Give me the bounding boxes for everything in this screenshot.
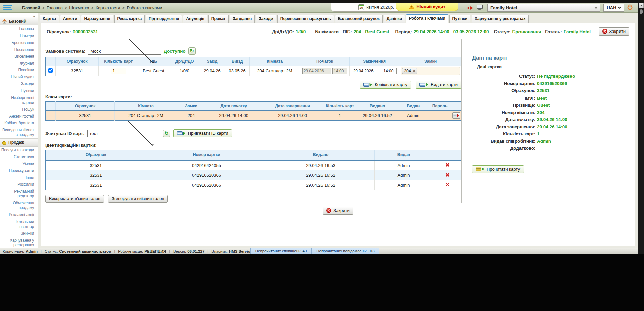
breadcrumb-link[interactable]: Картка гостя bbox=[96, 5, 120, 10]
start-date-input[interactable] bbox=[302, 68, 331, 74]
unread-messages-badge[interactable]: Непрочитаних повідомлень: 103 bbox=[311, 248, 379, 254]
page-scrollbar[interactable] bbox=[638, 3, 644, 254]
sidebar-item[interactable]: Прейскуранти bbox=[0, 167, 38, 174]
row-checkbox[interactable] bbox=[48, 68, 53, 73]
column-header[interactable]: Кількість карт bbox=[104, 59, 133, 64]
sidebar-section-prodazh[interactable]: Продаж bbox=[0, 138, 38, 147]
column-header[interactable]: Видав bbox=[397, 152, 410, 157]
breadcrumb-link[interactable]: Базовий bbox=[22, 5, 40, 10]
sidebar-collapse-icon[interactable] bbox=[0, 13, 38, 17]
delete-id-card-button[interactable] bbox=[445, 182, 450, 187]
breadcrumb-link[interactable]: Шахматка bbox=[69, 5, 89, 10]
tab[interactable]: Реєс. картка bbox=[114, 15, 145, 23]
close-button-bottom[interactable]: Закрити bbox=[323, 207, 353, 215]
sidebar-item[interactable]: Пошук bbox=[0, 106, 38, 113]
column-header[interactable]: О/рахунок bbox=[86, 152, 106, 157]
start-time-input[interactable] bbox=[332, 68, 347, 74]
sidebar-item[interactable]: Поселення bbox=[0, 46, 38, 53]
bind-id-card-button[interactable]: Прив'язати ID карти bbox=[173, 129, 232, 137]
locks-field[interactable]: 204 × bbox=[401, 67, 460, 75]
remove-lock-icon[interactable]: × bbox=[413, 69, 415, 73]
refresh-icon[interactable]: ↻ bbox=[163, 130, 170, 137]
tab[interactable]: Перенесення нарахувань bbox=[277, 15, 334, 23]
tab[interactable]: Путівки bbox=[449, 15, 470, 23]
copy-card-button[interactable]: Копіювати карту bbox=[360, 81, 411, 89]
column-header[interactable]: Др/Дт/ДО bbox=[175, 59, 194, 64]
tab-active[interactable]: Робота з ключами bbox=[406, 14, 448, 23]
unread-notifications-badge[interactable]: Непрочитаних сповіщень: 40 bbox=[250, 248, 311, 254]
end-time-input[interactable] bbox=[382, 68, 397, 74]
menu-hamburger-icon[interactable] bbox=[3, 5, 13, 10]
tab[interactable]: Ануляція bbox=[183, 15, 207, 23]
sidebar-item[interactable]: Путівки bbox=[0, 87, 38, 95]
scroll-up-button[interactable] bbox=[639, 3, 644, 8]
sidebar-item[interactable]: Анкети гостей bbox=[0, 113, 38, 120]
column-header[interactable]: Кімната bbox=[267, 59, 283, 64]
sidebar-item[interactable]: Бронювання bbox=[0, 39, 38, 46]
tab[interactable]: Анкети bbox=[60, 15, 80, 23]
sidebar-item[interactable]: Знижки bbox=[0, 230, 38, 237]
column-header[interactable]: Видано bbox=[313, 152, 329, 157]
sidebar-item[interactable]: Виведення кімнат з продажу bbox=[0, 127, 38, 138]
generate-exit-talon-button[interactable]: Згенерувати виїзний талон bbox=[108, 195, 168, 203]
sidebar-item[interactable]: Нічний аудит bbox=[0, 74, 38, 81]
column-header[interactable]: Видав bbox=[407, 104, 419, 108]
read-card-button[interactable]: Прочитати карту bbox=[472, 165, 524, 173]
sidebar-item[interactable]: Харчування у ресторанах bbox=[0, 237, 38, 248]
sidebar-item[interactable]: Інше bbox=[0, 174, 38, 181]
column-header[interactable]: Заїзд bbox=[207, 59, 217, 64]
column-header[interactable]: Виїзд bbox=[232, 59, 243, 64]
tab[interactable]: Картка bbox=[40, 15, 59, 23]
night-audit-button[interactable]: Нічний аудит bbox=[396, 3, 458, 11]
sidebar-item[interactable]: Обмеження продажу bbox=[0, 200, 38, 211]
use-entry-talon-button[interactable]: Використати в'їзний талон bbox=[45, 195, 104, 203]
column-header[interactable]: Дата завершення bbox=[275, 104, 310, 108]
column-header[interactable]: Видано bbox=[370, 104, 385, 108]
lock-system-select[interactable]: Mock bbox=[88, 48, 161, 55]
sidebar-item[interactable]: Покоївки bbox=[0, 67, 38, 74]
power-logout-icon[interactable] bbox=[627, 4, 633, 10]
sidebar-item[interactable]: Журнал bbox=[0, 60, 38, 67]
sync-arrows-icon[interactable] bbox=[467, 6, 473, 10]
tab[interactable]: Заходи bbox=[256, 15, 276, 23]
hotel-select[interactable]: Family Hotel bbox=[487, 4, 600, 12]
tab[interactable]: Підтвердження bbox=[146, 15, 182, 23]
sidebar-section-bazovyi[interactable]: Базовий bbox=[0, 17, 38, 25]
scroll-thumb[interactable] bbox=[640, 9, 643, 14]
sidebar-item[interactable]: Статистика bbox=[0, 153, 38, 161]
tab[interactable]: Прокат bbox=[208, 15, 229, 23]
sidebar-item[interactable]: Умови bbox=[0, 161, 38, 168]
sidebar-item[interactable]: Незбережені картки bbox=[0, 94, 38, 106]
write-card-button[interactable] bbox=[452, 112, 460, 119]
sidebar-item[interactable]: Розсилки bbox=[0, 181, 38, 188]
issue-cards-button[interactable]: Видати карти bbox=[416, 81, 461, 89]
tab[interactable]: Завдання bbox=[230, 15, 255, 23]
reader-select[interactable]: тест bbox=[87, 130, 160, 137]
column-header[interactable]: О/рахунок bbox=[67, 59, 87, 64]
column-header[interactable]: О/рахунок bbox=[75, 104, 95, 108]
column-header[interactable]: Замки bbox=[185, 104, 197, 108]
column-header[interactable]: Кімната bbox=[138, 104, 154, 108]
breadcrumb-link[interactable]: Головна bbox=[47, 5, 63, 10]
tab[interactable]: Нарахування bbox=[81, 15, 113, 23]
sidebar-item[interactable]: Рекламні акції bbox=[0, 211, 38, 219]
tab[interactable]: Дзвінки bbox=[384, 15, 405, 23]
currency-select[interactable]: UAH bbox=[603, 4, 624, 12]
tab[interactable]: Балансовий рахунок bbox=[335, 15, 383, 23]
column-header[interactable]: Кількість карт bbox=[326, 104, 354, 108]
column-header[interactable]: Номер картки bbox=[193, 152, 220, 157]
column-header[interactable]: Дата початку bbox=[220, 104, 247, 108]
sidebar-item[interactable]: Готельний інвентар bbox=[0, 218, 38, 230]
delete-id-card-button[interactable] bbox=[445, 173, 450, 177]
card-count-input[interactable] bbox=[111, 68, 126, 74]
close-button-top[interactable]: Закрити bbox=[599, 27, 629, 36]
sidebar-item[interactable]: Головна bbox=[0, 25, 38, 33]
sidebar-item[interactable]: Номери bbox=[0, 33, 38, 40]
end-date-input[interactable] bbox=[352, 68, 381, 74]
sidebar-item[interactable]: Рекламний редактор bbox=[0, 188, 38, 200]
workstation-monitor-icon[interactable] bbox=[477, 5, 483, 10]
tab[interactable]: Харчування у ресторанах bbox=[472, 15, 529, 23]
column-header[interactable]: Пароль bbox=[432, 104, 447, 108]
sidebar-item[interactable]: Заходи bbox=[0, 80, 38, 87]
refresh-icon[interactable]: ↻ bbox=[188, 47, 196, 55]
